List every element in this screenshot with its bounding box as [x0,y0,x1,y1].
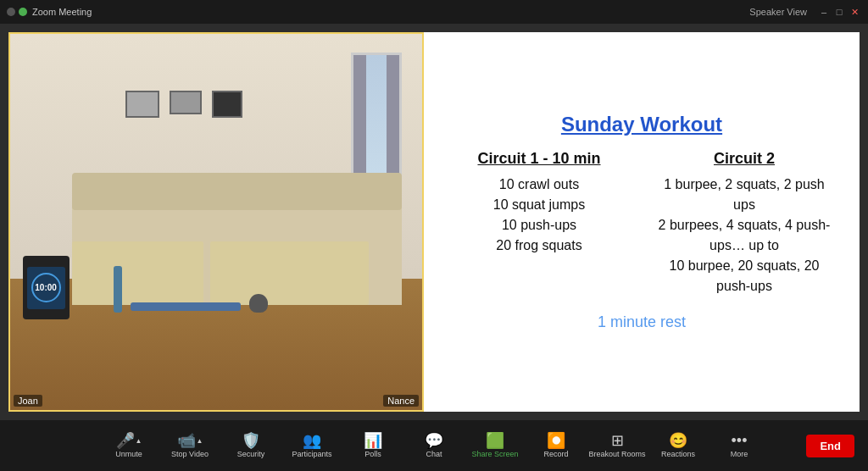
room-background: 10:00 Joan Nance [10,34,422,410]
circuits-row: Circuit 1 - 10 min 10 crawl outs 10 squa… [449,150,834,296]
record-icon: ⏺️ [547,433,565,448]
titlebar-left: Zoom Meeting [7,7,92,17]
main-content: 10:00 Joan Nance Sunday Workout [0,24,868,420]
circuit1-heading: Circuit 1 - 10 min [449,150,629,168]
unmute-button[interactable]: 🎤 ▲ Unmute [98,422,159,469]
reactions-button[interactable]: 😊 Reactions [648,422,709,469]
more-button[interactable]: ••• More [709,422,770,469]
share-screen-icon: 🟩 [486,433,504,448]
stop-video-label: Stop Video [171,450,209,458]
participant-label-right: Nance [383,395,419,407]
minimize-btn[interactable]: – [817,5,831,19]
rest-text: 1 minute rest [598,313,686,331]
circuit2-item-1: 1 burpee, 2 squats, 2 push ups [654,175,834,215]
titlebar-icons [7,8,27,16]
participants-icon: 👥 [303,433,321,448]
security-button[interactable]: 🛡️ Security [220,422,281,469]
video-container: 10:00 Joan Nance Sunday Workout [8,32,860,412]
circuit2-column: Circuit 2 1 burpee, 2 squats, 2 push ups… [654,150,834,296]
maximize-btn[interactable]: □ [832,5,846,19]
participants-button[interactable]: 👥 Participants [281,422,342,469]
breakout-rooms-button[interactable]: ⊞ Breakout Rooms [587,422,648,469]
timer-screen: 10:00 [27,267,65,309]
security-icon: 🛡️ [242,433,260,448]
security-label: Security [237,450,265,458]
participant-label-left: Joan [14,395,42,407]
yoga-mat [131,302,241,311]
video-caret: ▲ [197,437,203,445]
share-screen-button[interactable]: 🟩 Share Screen [465,422,526,469]
circuit1-item-3: 10 push-ups [449,215,629,236]
picture-frame-3 [212,91,242,118]
share-screen-label: Share Screen [471,450,518,458]
circuit2-item-2: 2 burpees, 4 squats, 4 push-ups… up to [654,215,834,256]
circuit2-item-3: 10 burpee, 20 squats, 20 push-ups [654,256,834,296]
window-controls: – □ ✕ [817,5,861,19]
reactions-icon: 😊 [669,433,687,448]
timer-display: 10:00 [35,283,57,292]
cam-status-dot [19,8,27,16]
chat-label: Chat [426,450,442,458]
picture-frame-1 [125,91,159,118]
titlebar-right: Speaker View – □ ✕ [749,5,861,19]
water-bottle [114,266,122,313]
participants-label: Participants [292,450,331,458]
circuit2-heading: Circuit 2 [654,150,834,168]
more-icon: ••• [732,433,748,448]
toolbar: 🎤 ▲ Unmute 📹 ▲ Stop Video 🛡️ Security 👥 … [0,420,868,471]
mic-status-dot [7,8,15,16]
reactions-label: Reactions [661,450,695,458]
microphone-icon: 🎤 [116,433,135,448]
circuit1-item-4: 20 frog squats [449,236,629,256]
timer-circle: 10:00 [31,273,61,302]
equipment-area [114,266,268,313]
record-label: Record [543,450,568,458]
circuit1-item-2: 10 squat jumps [449,195,629,215]
titlebar: Zoom Meeting Speaker View – □ ✕ [0,0,868,24]
stop-video-button[interactable]: 📹 ▲ Stop Video [159,422,220,469]
video-icon: 📹 [177,433,196,448]
kettlebell [249,294,268,313]
speaker-view-btn[interactable]: Speaker View [749,7,807,17]
breakout-label: Breakout Rooms [588,450,645,458]
unmute-icon-row: 🎤 ▲ [116,433,142,448]
circuit1-item-1: 10 crawl outs [449,175,629,195]
video-icon-row: 📹 ▲ [177,433,203,448]
slide-title: Sunday Workout [561,113,722,136]
more-label: More [731,450,748,458]
camera-panel: 10:00 Joan Nance [8,32,424,412]
chat-icon: 💬 [425,433,443,448]
titlebar-title: Zoom Meeting [32,7,92,17]
sofa-back [72,173,402,210]
unmute-caret: ▲ [136,437,142,445]
picture-frame-2 [170,91,202,114]
circuit1-column: Circuit 1 - 10 min 10 crawl outs 10 squa… [449,150,629,256]
polls-label: Polls [364,450,381,458]
breakout-icon: ⊞ [611,433,624,448]
slide-panel: Sunday Workout Circuit 1 - 10 min 10 cra… [424,32,860,412]
record-button[interactable]: ⏺️ Record [526,422,587,469]
chat-button[interactable]: 💬 Chat [403,422,465,469]
close-btn[interactable]: ✕ [848,5,861,19]
unmute-label: Unmute [115,450,142,458]
end-button[interactable]: End [806,435,854,457]
polls-icon: 📊 [364,433,382,448]
polls-button[interactable]: 📊 Polls [342,422,403,469]
timer-device: 10:00 [23,256,70,319]
wall-pictures [125,91,242,118]
